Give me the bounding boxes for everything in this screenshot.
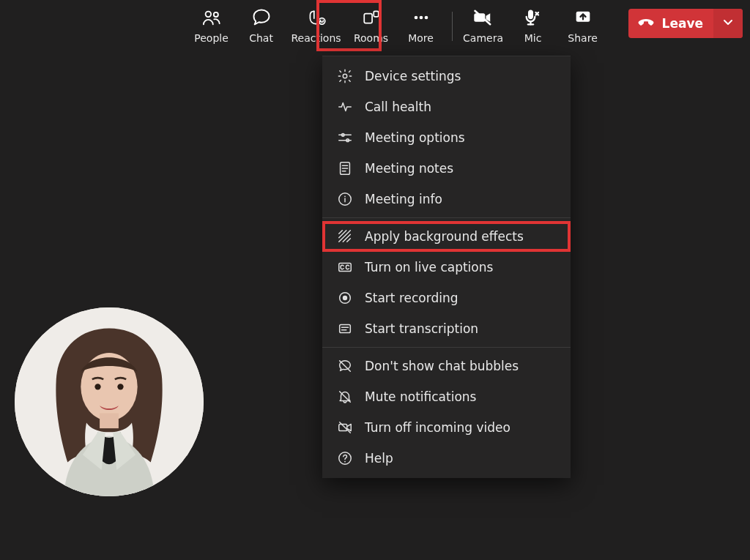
menu-item-label: Turn on live captions bbox=[365, 260, 493, 275]
people-label: People bbox=[194, 32, 229, 44]
chat-label: Chat bbox=[249, 32, 273, 44]
menu-item-label: Mute notifications bbox=[365, 389, 476, 404]
share-label: Share bbox=[568, 32, 597, 44]
more-button[interactable]: More bbox=[396, 4, 446, 48]
menu-separator bbox=[322, 217, 571, 218]
chat-button[interactable]: Chat bbox=[237, 4, 286, 48]
svg-point-3 bbox=[320, 20, 321, 20]
notes-icon bbox=[335, 160, 354, 176]
menu-meeting-info[interactable]: Meeting info bbox=[322, 184, 571, 214]
menu-item-label: Start transcription bbox=[365, 321, 478, 336]
leave-label: Leave bbox=[662, 16, 703, 31]
svg-point-28 bbox=[343, 296, 347, 300]
svg-point-4 bbox=[322, 20, 323, 20]
menu-device-settings[interactable]: Device settings bbox=[322, 61, 571, 92]
info-icon bbox=[335, 191, 354, 207]
menu-item-label: Start recording bbox=[365, 291, 458, 305]
menu-apply-background-effects[interactable]: Apply background effects bbox=[322, 221, 571, 252]
svg-point-7 bbox=[414, 16, 417, 20]
camera-button[interactable]: Camera bbox=[458, 4, 508, 48]
rooms-button[interactable]: Rooms bbox=[346, 4, 396, 48]
reactions-button[interactable]: Reactions bbox=[286, 4, 346, 48]
menu-mute-notifications[interactable]: Mute notifications bbox=[322, 381, 571, 412]
share-button[interactable]: Share bbox=[558, 4, 608, 48]
menu-help[interactable]: Help bbox=[322, 443, 571, 474]
svg-point-9 bbox=[424, 16, 428, 20]
svg-point-40 bbox=[94, 384, 100, 389]
hangup-icon bbox=[637, 15, 655, 32]
rooms-label: Rooms bbox=[354, 32, 388, 44]
menu-live-captions[interactable]: Turn on live captions bbox=[322, 252, 571, 283]
camera-label: Camera bbox=[463, 32, 503, 44]
meeting-toolbar: People Chat Reactions bbox=[0, 0, 750, 56]
menu-item-label: Apply background effects bbox=[365, 229, 524, 244]
participant-avatar bbox=[15, 307, 204, 496]
transcription-icon bbox=[335, 321, 354, 337]
pulse-icon bbox=[335, 99, 354, 115]
svg-rect-5 bbox=[364, 14, 372, 23]
chat-off-icon bbox=[335, 358, 354, 374]
rooms-icon bbox=[362, 7, 381, 28]
svg-point-41 bbox=[117, 384, 123, 389]
more-menu: Device settings Call health Meeting opti… bbox=[322, 56, 571, 478]
people-button[interactable]: People bbox=[187, 4, 237, 48]
menu-separator bbox=[322, 347, 571, 348]
menu-dont-show-chat-bubbles[interactable]: Don't show chat bubbles bbox=[322, 351, 571, 381]
menu-start-transcription[interactable]: Start transcription bbox=[322, 313, 571, 344]
menu-item-label: Device settings bbox=[365, 69, 461, 83]
sliders-icon bbox=[335, 130, 354, 146]
leave-caret-button[interactable] bbox=[713, 9, 743, 38]
reactions-icon bbox=[305, 7, 327, 28]
mic-label: Mic bbox=[524, 32, 542, 44]
svg-rect-6 bbox=[374, 11, 379, 17]
menu-meeting-notes[interactable]: Meeting notes bbox=[322, 153, 571, 184]
svg-point-0 bbox=[205, 12, 210, 17]
closed-captions-icon bbox=[335, 259, 354, 275]
background-effects-icon bbox=[335, 228, 354, 244]
chat-icon bbox=[251, 7, 272, 28]
svg-point-8 bbox=[419, 16, 423, 20]
menu-item-label: Meeting options bbox=[365, 130, 465, 145]
svg-point-1 bbox=[213, 12, 218, 17]
menu-call-health[interactable]: Call health bbox=[322, 92, 571, 122]
mic-muted-icon bbox=[522, 7, 544, 28]
menu-turn-off-incoming-video[interactable]: Turn off incoming video bbox=[322, 412, 571, 443]
mic-button[interactable]: Mic bbox=[508, 4, 558, 48]
gear-icon bbox=[335, 68, 354, 84]
menu-item-label: Meeting info bbox=[365, 192, 442, 206]
svg-point-37 bbox=[344, 461, 346, 463]
svg-rect-42 bbox=[100, 413, 119, 428]
svg-rect-29 bbox=[340, 325, 351, 333]
help-icon bbox=[335, 450, 354, 466]
menu-meeting-options[interactable]: Meeting options bbox=[322, 122, 571, 153]
video-off-icon bbox=[335, 419, 354, 436]
menu-start-recording[interactable]: Start recording bbox=[322, 283, 571, 313]
toolbar-separator bbox=[452, 12, 453, 41]
people-icon bbox=[201, 7, 222, 28]
reactions-label: Reactions bbox=[291, 32, 341, 44]
svg-point-14 bbox=[343, 74, 347, 78]
menu-item-label: Call health bbox=[365, 100, 431, 114]
chevron-down-icon bbox=[722, 16, 734, 31]
camera-off-icon bbox=[472, 7, 494, 28]
menu-item-label: Meeting notes bbox=[365, 161, 453, 176]
leave-button-main[interactable]: Leave bbox=[628, 9, 713, 38]
svg-point-25 bbox=[344, 195, 346, 197]
leave-button[interactable]: Leave bbox=[628, 9, 743, 38]
more-icon bbox=[411, 7, 431, 28]
more-label: More bbox=[408, 32, 434, 44]
menu-item-label: Help bbox=[365, 451, 393, 466]
record-icon bbox=[335, 290, 354, 306]
menu-item-label: Don't show chat bubbles bbox=[365, 359, 519, 373]
menu-item-label: Turn off incoming video bbox=[365, 420, 510, 435]
bell-off-icon bbox=[335, 389, 354, 405]
share-icon bbox=[573, 7, 593, 28]
